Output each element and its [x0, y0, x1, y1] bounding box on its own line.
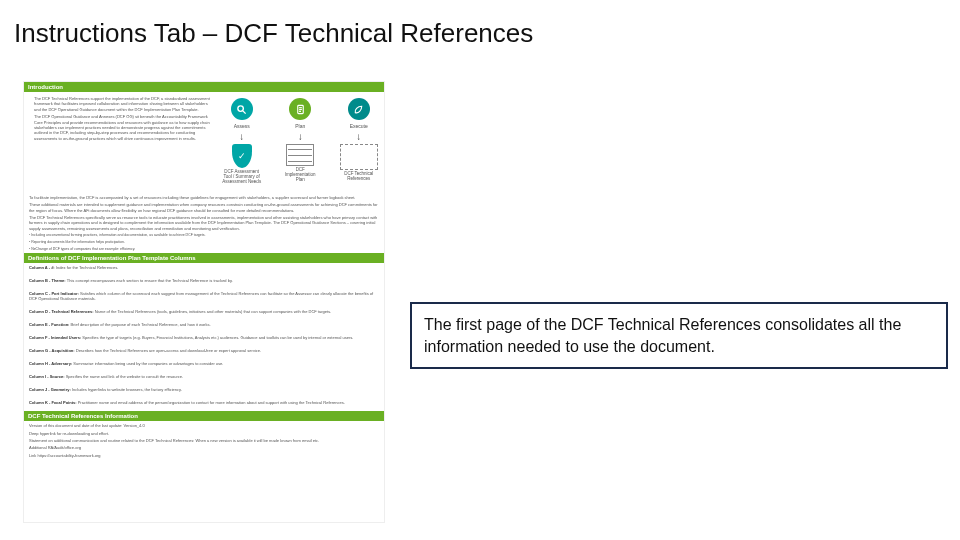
column-definition: Column I - Source: Specifies the name an… — [24, 372, 384, 381]
page-title: Instructions Tab – DCF Technical Referen… — [14, 18, 533, 49]
doc-info-line: Statement on additional communication an… — [29, 438, 379, 443]
dashed-box-icon — [340, 144, 378, 170]
section-header-introduction: Introduction — [24, 82, 384, 92]
diagram-caption: DCF Technical References — [339, 172, 380, 182]
search-icon — [231, 98, 253, 120]
diagram-label: Execute — [350, 123, 368, 129]
diagram-caption: DCF Assessment Tool / Summary of Assessm… — [222, 170, 263, 185]
document-thumbnail: Introduction The DCF Technical Reference… — [24, 82, 384, 522]
intro-paragraph: These additional materials are intended … — [29, 202, 379, 213]
doc-info-line: Additional RA/Audit/office.org — [29, 445, 379, 450]
section-header-info: DCF Technical References Information — [24, 411, 384, 421]
intro-paragraph: To facilitate implementation, the DCF is… — [29, 195, 379, 200]
column-definition: Column G - Acquisition: Describes how th… — [24, 346, 384, 355]
column-definition: Column F - Intended Users: Specifies the… — [24, 333, 384, 342]
diagram-label: Plan — [295, 123, 305, 129]
intro-paragraph: The DCF Operational Guidance and Annexes… — [34, 114, 213, 141]
intro-paragraph: The DCF Technical References specificall… — [29, 215, 379, 231]
column-definition: Column H - Adversary: Summarise informat… — [24, 359, 384, 368]
column-definitions-list: Column A - #: Index for the Technical Re… — [24, 263, 384, 411]
doc-info-line: Link https://accountability-framework.or… — [29, 453, 379, 458]
footnote: ¹ Including unconventional farming pract… — [29, 233, 379, 238]
shield-icon: ✓ — [232, 144, 252, 168]
column-definition: Column K - Focal Points: Practitioner na… — [24, 398, 384, 407]
process-diagram: Assess ↓ ✓ DCF Assessment Tool / Summary… — [222, 94, 380, 191]
arrow-down-icon: ↓ — [356, 131, 361, 142]
section-header-definitions: Definitions of DCF Implementation Plan T… — [24, 253, 384, 263]
diagram-caption: DCF Implementation Plan — [280, 168, 321, 183]
arrow-down-icon: ↓ — [298, 131, 303, 142]
clipboard-icon — [289, 98, 311, 120]
callout-box: The first page of the DCF Technical Refe… — [410, 302, 948, 369]
callout-text: The first page of the DCF Technical Refe… — [424, 316, 901, 355]
diagram-label: Assess — [234, 123, 250, 129]
column-definition: Column C - Port Indicator: Satisfies whi… — [24, 289, 384, 303]
doc-info-line: Deep hyperlink for re-downloading and ef… — [29, 431, 379, 436]
arrow-down-icon: ↓ — [239, 131, 244, 142]
footnote: ² Reporting documents like the informati… — [29, 240, 379, 245]
leaf-icon — [348, 98, 370, 120]
column-definition: Column D - Technical References: Name of… — [24, 307, 384, 316]
intro-paragraph: The DCF Technical References support the… — [34, 96, 213, 112]
column-definition: Column E - Function: Brief description o… — [24, 320, 384, 329]
footnote: ³ NeChange of DCF types of companies tha… — [29, 247, 379, 252]
column-definition: Column A - #: Index for the Technical Re… — [24, 263, 384, 272]
doc-info-line: Version of this document and date of the… — [29, 423, 379, 428]
column-definition: Column J - Geometry: Includes hyperlinks… — [24, 385, 384, 394]
svg-line-1 — [243, 110, 246, 113]
sheet-icon — [286, 144, 314, 166]
svg-point-0 — [238, 105, 244, 111]
column-definition: Column B - Theme: This concept encompass… — [24, 276, 384, 285]
